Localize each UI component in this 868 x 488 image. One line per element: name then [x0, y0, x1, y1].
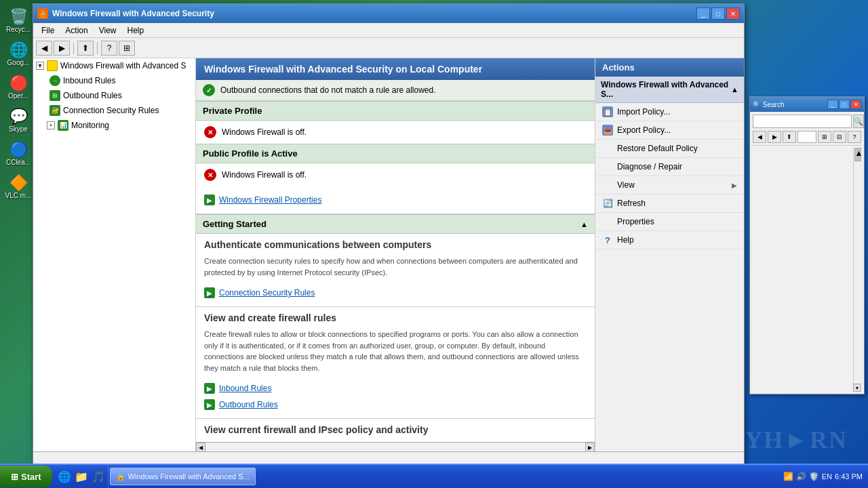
skype-desktop-icon[interactable]: 💬 Skype — [3, 106, 33, 134]
connection-security-link-text: Connection Security Rules — [219, 288, 315, 298]
action-restore-default[interactable]: Restore Default Policy — [595, 140, 744, 158]
firewall-properties-section: ▶ Windows Firewall Properties — [196, 186, 595, 214]
getting-started-header: Getting Started ▲ — [196, 214, 595, 234]
public-profile-content: ✕ Windows Firewall is off. — [196, 163, 595, 186]
firewall-properties-link[interactable]: ▶ Windows Firewall Properties — [204, 192, 587, 208]
title-controls: _ □ ✕ — [696, 7, 740, 20]
minimize-button[interactable]: _ — [696, 7, 710, 20]
scroll-right-arrow[interactable]: ▶ — [585, 443, 595, 451]
tree-item-inbound[interactable]: → Inbound Rules — [33, 73, 195, 88]
scroll-left-arrow[interactable]: ◀ — [196, 443, 205, 451]
action-view[interactable]: View ▶ — [595, 176, 744, 195]
bg-toolbar-btn2[interactable]: ▶ — [768, 131, 781, 143]
tree-panel: ▼ Windows Firewall with Advanced S → Inb… — [33, 58, 196, 451]
private-profile-status-icon: ✕ — [204, 126, 216, 138]
bg-search-input[interactable] — [753, 115, 852, 128]
bg-minimize-btn[interactable]: _ — [827, 100, 838, 109]
back-button[interactable]: ◀ — [36, 41, 52, 56]
tree-inbound-label: Inbound Rules — [63, 76, 115, 85]
taskbar-right: 📶 🔊 🛡️ EN 6:43 PM — [778, 472, 868, 481]
tree-outbound-label: Outbound Rules — [63, 91, 122, 100]
help-icon: ? — [602, 235, 613, 245]
horizontal-scrollbar[interactable]: ◀ ▶ — [196, 442, 595, 451]
menu-view[interactable]: View — [94, 24, 122, 37]
public-profile-header: Public Profile is Active — [196, 144, 595, 163]
tree-expand-root[interactable]: ▼ — [36, 62, 44, 70]
view-current-title: View current firewall and IPsec policy a… — [204, 424, 587, 435]
bg-toolbar-btn3[interactable]: ⬆ — [783, 131, 796, 143]
tray-language: EN — [822, 472, 832, 481]
up-button[interactable]: ⬆ — [77, 41, 94, 56]
scroll-track[interactable] — [205, 443, 585, 451]
tree-expand-monitoring[interactable]: + — [47, 121, 55, 129]
tray-security-icon: 🛡️ — [809, 472, 819, 481]
bg-search-button[interactable]: 🔍 — [853, 115, 864, 128]
action-export-policy[interactable]: 📤 Export Policy... — [595, 121, 744, 140]
bg-toolbar-split[interactable]: ⊟ — [833, 131, 846, 143]
recycle-bin-icon[interactable]: 🗑️ Recyc... — [3, 7, 33, 35]
outbound-rules-link-text: Outbound Rules — [219, 400, 278, 409]
firewall-props-icon: ▶ — [204, 195, 215, 205]
bg-toolbar-help[interactable]: ? — [848, 131, 861, 143]
quicklaunch-ie[interactable]: 🌐 — [56, 468, 73, 485]
bg-toolbar-view-btn[interactable]: ⊞ — [818, 131, 831, 143]
properties-icon — [602, 216, 613, 227]
info-banner-text: Outbound connections that do not match a… — [220, 85, 436, 95]
action-refresh[interactable]: 🔄 Refresh — [595, 195, 744, 213]
tree-root[interactable]: ▼ Windows Firewall with Advanced S — [33, 58, 195, 73]
view-create-description: Create firewall rules to allow or block … — [204, 329, 587, 373]
opera-desktop-icon[interactable]: 🔴 Oper... — [3, 73, 33, 101]
view-create-title: View and create firewall rules — [204, 312, 587, 323]
taskbar-firewall-item[interactable]: 🔒 Windows Firewall with Advanced S... — [110, 468, 256, 485]
bg-close-btn[interactable]: ✕ — [850, 100, 861, 109]
action-import-policy[interactable]: 📋 Import Policy... — [595, 103, 744, 121]
firewall-props-link-text: Windows Firewall Properties — [219, 195, 321, 205]
monitoring-icon: 📊 — [58, 120, 68, 131]
tree-connection-security-label: Connection Security Rules — [63, 106, 159, 115]
close-button[interactable]: ✕ — [726, 7, 740, 20]
menu-help[interactable]: Help — [122, 24, 150, 37]
extra-button[interactable]: ⊞ — [119, 41, 135, 56]
main-window: 🔒 Windows Firewall with Advanced Securit… — [33, 3, 745, 464]
tray-sound-icon: 🔊 — [796, 472, 806, 481]
content-body[interactable]: ✓ Outbound connections that do not match… — [196, 80, 595, 442]
desktop-icons-container: 🗑️ Recyc... 🌐 Goog... 🔴 Oper... 💬 Skype … — [3, 7, 33, 201]
tree-item-outbound[interactable]: ⊞ Outbound Rules — [33, 88, 195, 103]
actions-panel: Actions Windows Firewall with Advanced S… — [595, 58, 744, 451]
private-profile-status-text: Windows Firewall is off. — [222, 127, 307, 137]
tree-item-monitoring[interactable]: + 📊 Monitoring — [33, 118, 195, 133]
action-diagnose-repair[interactable]: Diagnose / Repair — [595, 158, 744, 176]
chrome-desktop-icon[interactable]: 🌐 Goog... — [3, 40, 33, 68]
outbound-rules-link[interactable]: ▶ Outbound Rules — [204, 396, 587, 413]
toolbar: ◀ ▶ ⬆ ? ⊞ — [33, 38, 744, 58]
forward-button[interactable]: ▶ — [54, 41, 70, 56]
inbound-rules-link[interactable]: ▶ Inbound Rules — [204, 380, 587, 396]
info-banner: ✓ Outbound connections that do not match… — [196, 80, 595, 101]
vlc-desktop-icon[interactable]: 🔶 VLC m... — [3, 173, 33, 201]
menu-action[interactable]: Action — [60, 24, 93, 37]
quicklaunch-media[interactable]: 🎵 — [90, 468, 106, 485]
import-policy-icon: 📋 — [602, 106, 613, 117]
restore-default-icon — [602, 143, 613, 154]
bg-toolbar-btn1[interactable]: ◀ — [753, 131, 766, 143]
bg-maximize-btn[interactable]: □ — [839, 100, 850, 109]
connection-security-link-icon: ▶ — [204, 287, 215, 298]
action-help[interactable]: ? Help — [595, 231, 744, 249]
view-submenu-arrow: ▶ — [732, 182, 737, 189]
menu-file[interactable]: File — [36, 24, 60, 37]
public-profile-status-text: Windows Firewall is off. — [222, 170, 307, 180]
actions-panel-header: Actions — [595, 58, 744, 77]
quicklaunch-folder[interactable]: 📁 — [73, 468, 90, 485]
tree-item-connection-security[interactable]: 🔐 Connection Security Rules — [33, 103, 195, 118]
taskbar-items: 🔒 Windows Firewall with Advanced S... — [108, 465, 778, 488]
public-profile-status-icon: ✕ — [204, 169, 216, 181]
start-button[interactable]: ⊞ Start — [0, 466, 52, 487]
maximize-button[interactable]: □ — [711, 7, 725, 20]
content-header-title: Windows Firewall with Advanced Security … — [204, 64, 482, 75]
ccleaner-desktop-icon[interactable]: 🔵 CClea... — [3, 140, 33, 167]
action-properties[interactable]: Properties — [595, 213, 744, 231]
help-button[interactable]: ? — [101, 41, 117, 56]
bg-window-controls: _ □ ✕ — [827, 100, 861, 109]
outbound-rules-link-icon: ▶ — [204, 399, 215, 410]
connection-security-rules-link[interactable]: ▶ Connection Security Rules — [204, 285, 587, 301]
